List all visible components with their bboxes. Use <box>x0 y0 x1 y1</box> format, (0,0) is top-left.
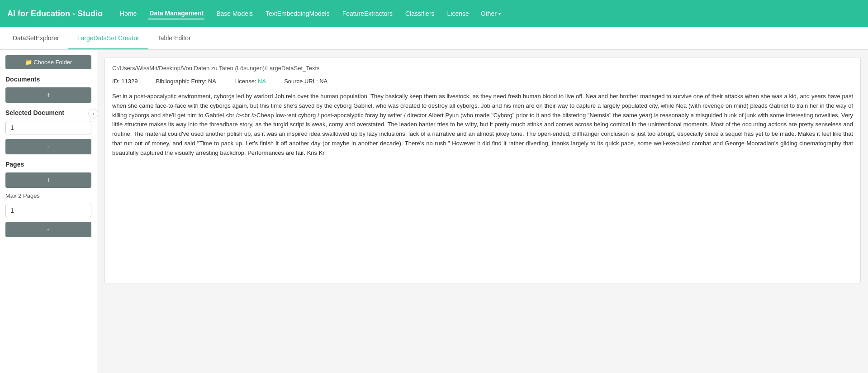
selected-document-input[interactable] <box>5 121 91 134</box>
nav-license[interactable]: License <box>446 8 470 19</box>
sidebar-collapse-button[interactable]: ‹ <box>88 109 98 119</box>
nav-text-embedding[interactable]: TextEmbeddingModels <box>265 8 331 19</box>
sidebar: 📁 Choose Folder Documents + Selected Doc… <box>0 50 97 373</box>
pages-plus-button[interactable]: + <box>5 172 91 188</box>
document-meta: ID: 11329 Bibliographic Entry: NA Licens… <box>112 78 853 85</box>
doc-license: License: NA <box>234 78 266 85</box>
nav-other-label: Other <box>481 10 497 17</box>
nav-home[interactable]: Home <box>119 8 138 19</box>
nav-feature-extractors[interactable]: FeatureExtractors <box>342 8 394 19</box>
license-link[interactable]: NA <box>258 78 266 85</box>
selected-document-label: Selected Document <box>5 109 91 116</box>
doc-bib: Bibliographic Entry: NA <box>156 78 216 85</box>
tab-dataset-explorer[interactable]: DataSetExplorer <box>4 27 68 49</box>
nav-base-models[interactable]: Base Models <box>215 8 254 19</box>
nav-other-dropdown[interactable]: Other ▾ <box>481 10 501 17</box>
pages-number-input[interactable] <box>5 204 91 217</box>
navbar: AI for Education - Studio Home Data Mana… <box>0 0 868 27</box>
navbar-brand: AI for Education - Studio <box>7 9 103 19</box>
content-area: C:/Users/WissMit/Desktop/Von Daten zu Ta… <box>97 50 868 373</box>
tab-large-dataset-creator[interactable]: LargeDataSet Creator <box>68 27 148 49</box>
chevron-down-icon: ▾ <box>498 11 501 16</box>
tabs-bar: DataSetExplorer LargeDataSet Creator Tab… <box>0 27 868 50</box>
documents-plus-button[interactable]: + <box>5 87 91 103</box>
pages-section-label: Pages <box>5 161 91 168</box>
document-text: Set in a post-apocalyptic environment, c… <box>112 92 853 158</box>
main-layout: ‹ 📁 Choose Folder Documents + Selected D… <box>0 50 868 373</box>
doc-source: Source URL: NA <box>284 78 327 85</box>
doc-id: ID: 11329 <box>112 78 138 85</box>
nav-classifiers[interactable]: Classifiers <box>404 8 436 19</box>
documents-section-label: Documents <box>5 76 91 83</box>
nav-data-management[interactable]: Data Management <box>148 8 204 19</box>
max-pages-label: Max 2 Pages <box>5 192 91 199</box>
document-card: C:/Users/WissMit/Desktop/Von Daten zu Ta… <box>104 57 861 283</box>
pages-minus-button[interactable]: - <box>5 222 91 237</box>
document-path: C:/Users/WissMit/Desktop/Von Daten zu Ta… <box>112 65 853 72</box>
documents-minus-button[interactable]: - <box>5 139 91 154</box>
choose-folder-button[interactable]: 📁 Choose Folder <box>5 55 91 69</box>
tab-table-editor[interactable]: Table Editor <box>148 27 200 49</box>
